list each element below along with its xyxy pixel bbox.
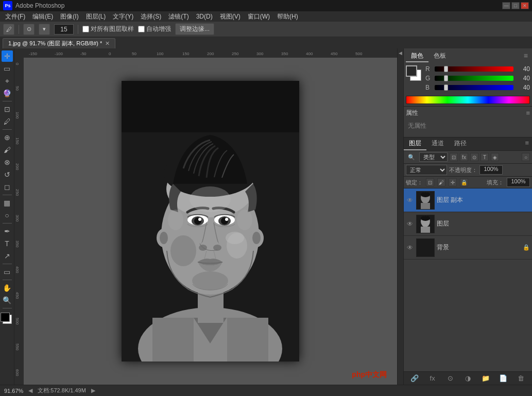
shape-tool[interactable]: ▭ (2, 266, 13, 278)
sample-layers-checkbox[interactable] (82, 26, 89, 32)
properties-options-icon[interactable]: ≡ (526, 109, 530, 117)
minimize-button[interactable]: — (502, 2, 510, 9)
layer-visibility-base[interactable]: 👁 (406, 220, 414, 228)
eyedropper-tool[interactable]: 🖊 (2, 116, 13, 127)
marquee-tool[interactable]: ▭ (2, 63, 13, 74)
tool-divider5 (3, 264, 12, 264)
menu-3d[interactable]: 3D(D) (193, 12, 216, 21)
lock-paint-btn[interactable]: 🖌 (437, 178, 445, 186)
brush-tool-icon[interactable]: ⊙ (23, 24, 35, 35)
menu-layer[interactable]: 图层(L) (83, 12, 109, 22)
g-value: 40 (516, 75, 530, 82)
spot-heal-tool[interactable]: ⊕ (2, 132, 13, 143)
layer-thumbnail-bg (416, 238, 435, 257)
swatches-tab[interactable]: 色板 (428, 50, 451, 62)
layer-group-btn[interactable]: 📁 (480, 373, 491, 384)
history-brush[interactable]: ↺ (2, 169, 13, 180)
pen-tool[interactable]: ✒ (2, 226, 13, 237)
layer-visibility-copy[interactable]: 👁 (406, 196, 414, 204)
brush-tool[interactable]: 🖌 (2, 144, 13, 156)
g-slider-thumb[interactable] (444, 75, 448, 81)
separator2 (78, 25, 78, 34)
collapse-arrow-icon[interactable]: ◀ (399, 50, 402, 56)
crop-tool[interactable]: ⊡ (2, 104, 13, 115)
gradient-tool[interactable]: ▦ (2, 197, 13, 209)
move-tool[interactable]: ✛ (2, 50, 13, 62)
color-panel-options-icon[interactable]: ≡ (522, 50, 530, 62)
menu-help[interactable]: 帮助(H) (274, 12, 301, 22)
svg-point-13 (160, 232, 168, 244)
text-tool[interactable]: T (2, 238, 13, 249)
layer-visibility-bg[interactable]: 👁 (406, 244, 414, 252)
quick-select-tool[interactable]: 🔮 (2, 88, 13, 99)
new-layer-btn[interactable]: 📄 (498, 373, 508, 384)
layer-fx-icon[interactable]: fx (460, 153, 468, 161)
lock-all-btn[interactable]: 🔒 (460, 178, 468, 186)
layer-item-bg[interactable]: 👁 背景 🔒 (404, 236, 532, 260)
dodge-tool[interactable]: ○ (2, 210, 13, 221)
blend-mode-select[interactable]: 正常 (406, 165, 447, 175)
opacity-input[interactable]: 100% (479, 165, 503, 175)
menu-edit[interactable]: 编辑(E) (29, 12, 56, 22)
layer-item-copy[interactable]: 👁 图层 副本 (404, 188, 532, 212)
lock-move-btn[interactable]: ✛ (449, 178, 457, 186)
adjustment-layer-btn[interactable]: ◑ (462, 373, 473, 384)
menu-view[interactable]: 视图(V) (217, 12, 244, 22)
layer-smartobj-icon[interactable]: T (480, 153, 489, 161)
refine-edge-button[interactable]: 调整边缘... (175, 23, 214, 35)
svg-point-32 (226, 232, 244, 244)
menu-select[interactable]: 选择(S) (138, 12, 164, 22)
layer-mask-icon[interactable]: ⊙ (470, 153, 478, 161)
document-tab[interactable]: 1.jpg @ 91.7% (图层 副本, RGB/8#) * ✕ (3, 38, 115, 48)
b-slider-thumb[interactable] (444, 84, 448, 91)
status-next-btn[interactable]: ▶ (91, 387, 95, 394)
foreground-color-box[interactable] (1, 313, 10, 322)
brush-preset-icon[interactable]: ▾ (39, 24, 50, 35)
zoom-tool[interactable]: 🔍 (2, 295, 13, 306)
hand-tool[interactable]: ✋ (2, 282, 13, 294)
lock-transparent-btn[interactable]: ⊡ (426, 178, 434, 186)
layer-thumbnail-copy (416, 191, 435, 210)
maximize-button[interactable]: □ (511, 2, 520, 9)
r-slider-thumb[interactable] (444, 66, 448, 72)
eraser-tool[interactable]: ◻ (2, 181, 13, 193)
layer-item-base[interactable]: 👁 图层 (404, 212, 532, 236)
menu-file[interactable]: 文件(F) (2, 12, 28, 22)
clone-tool[interactable]: ⊗ (2, 157, 13, 168)
link-layers-btn[interactable]: 🔗 (409, 373, 420, 384)
canvas-area[interactable]: php中文网 (24, 58, 397, 385)
menu-image[interactable]: 图像(I) (57, 12, 81, 22)
lasso-tool[interactable]: ⌖ (2, 75, 13, 87)
layer-toggle-icon[interactable]: ○ (522, 153, 530, 161)
fg-color-preview[interactable] (406, 65, 417, 77)
color-tab[interactable]: 颜色 (406, 50, 428, 62)
auto-enhance-checkbox[interactable] (138, 26, 145, 32)
path-select-tool[interactable]: ↗ (2, 250, 13, 262)
channels-tab[interactable]: 通道 (426, 137, 449, 150)
menu-window[interactable]: 窗口(W) (245, 12, 273, 22)
panel-collapse-strip[interactable]: ◀ (397, 48, 403, 385)
ps-logo-icon: Ps (3, 1, 12, 10)
layer-mask-btn[interactable]: ⊙ (445, 373, 455, 384)
menu-filter[interactable]: 滤镜(T) (165, 12, 192, 22)
layer-kind-select[interactable]: 类型 (419, 152, 448, 162)
left-toolbar: ✛ ▭ ⌖ 🔮 ⊡ 🖊 ⊕ 🖌 ⊗ ↺ ◻ ▦ ○ ✒ T ↗ ▭ ✋ 🔍 (0, 48, 14, 385)
layer-filter-icon[interactable]: ◈ (491, 153, 499, 161)
title-bar-controls[interactable]: — □ ✕ (502, 2, 529, 9)
paths-tab[interactable]: 路径 (449, 137, 472, 150)
tab-close-icon[interactable]: ✕ (105, 40, 110, 47)
menu-text[interactable]: 文字(Y) (110, 12, 136, 22)
layers-panel: 图层 通道 路径 ≡ 🔍 类型 ⊡ fx ⊙ T ◈ ○ (404, 137, 532, 385)
fill-input[interactable]: 100% (507, 178, 530, 187)
status-prev-btn[interactable]: ◀ (28, 387, 32, 394)
layer-styles-btn[interactable]: fx (427, 373, 438, 384)
brush-size-input[interactable]: 15 (54, 24, 74, 35)
color-spectrum-bar[interactable] (406, 96, 530, 104)
close-button[interactable]: ✕ (521, 2, 529, 9)
layers-panel-options-icon[interactable]: ≡ (522, 137, 532, 150)
ruler-mark: 50 (132, 51, 136, 56)
delete-layer-btn[interactable]: 🗑 (516, 373, 526, 384)
tool-preset-icon[interactable]: 🖊 (3, 24, 14, 35)
layers-tab[interactable]: 图层 (404, 137, 426, 150)
layer-pixel-icon[interactable]: ⊡ (450, 153, 458, 161)
